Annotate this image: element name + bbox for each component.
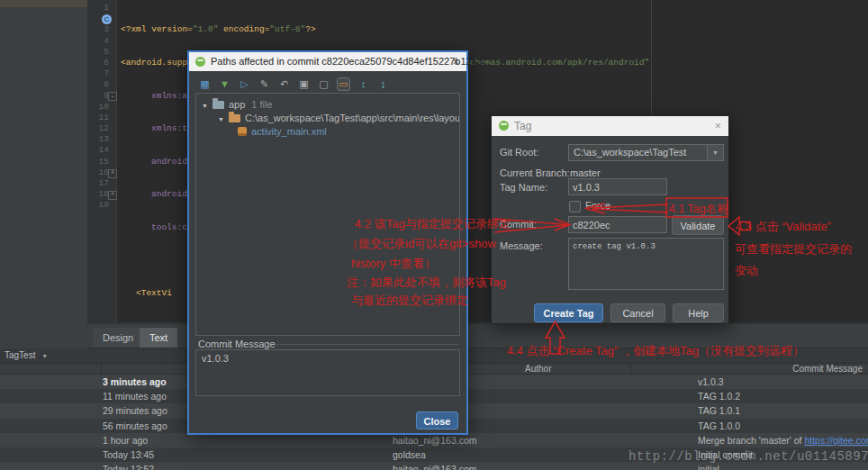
tag-message-box[interactable]: create tag v1.0.3 xyxy=(568,238,724,290)
line-number: 8 xyxy=(87,79,116,90)
class-gutter-icon[interactable]: C xyxy=(102,14,112,24)
dialog-title-bar[interactable]: Tag × xyxy=(492,116,728,136)
changes-toolbar: ▦ ▼ ▷ ✎ ↶ ▣ ▢ ▭ ↕ ↨ xyxy=(198,76,390,92)
line-number: 3 xyxy=(87,24,116,35)
commit-message: TAG 1.0.0 xyxy=(698,419,740,433)
dialog-title-bar[interactable]: Paths affected in commit c8220eca25079c4… xyxy=(189,52,466,71)
gitee-link[interactable]: https://gitee.com/g xyxy=(804,435,868,446)
line-number: 1 xyxy=(87,3,116,14)
fold-marker-icon[interactable]: - xyxy=(108,92,117,101)
commit-author: haitao_ni@163.com xyxy=(393,462,477,470)
watermark: http://blog.csdn.net/u011458979 xyxy=(628,449,868,464)
line-number: 19 xyxy=(87,200,116,211)
affected-paths-tree: ▼app1 file ▼C:\as_workspace\TagTest\app\… xyxy=(195,93,460,336)
android-icon xyxy=(195,57,205,67)
android-icon xyxy=(499,121,509,131)
dialog-title: Tag xyxy=(514,116,531,136)
line-number: 17 xyxy=(87,178,116,189)
commit-message: v1.0.3 xyxy=(698,375,724,389)
author-column-header[interactable]: Author xyxy=(525,364,551,374)
commit-message-box[interactable]: v1.0.3 xyxy=(195,349,460,396)
column-separator xyxy=(630,364,631,374)
current-branch-label: Current Branch: xyxy=(500,167,570,178)
tag-name-field[interactable] xyxy=(568,178,667,195)
tree-node-app[interactable]: ▼app1 file xyxy=(196,98,459,112)
commit-field[interactable] xyxy=(568,216,667,233)
commit-time: Today 13:45 xyxy=(103,447,154,462)
tag-dialog: Tag × Git Root: C:\as_workspace\TagTest … xyxy=(491,115,729,324)
android-studio-window: 1 2 3 4 5 6 7 8 9 10 11 12 13 14 15 16 1… xyxy=(0,0,868,470)
commit-icon[interactable]: ▦ xyxy=(198,77,212,91)
xml-file-icon xyxy=(238,127,247,136)
duplicate-icon[interactable]: ▢ xyxy=(317,77,330,91)
line-number: 7 xyxy=(87,68,116,79)
root-filter-dropdown[interactable]: TagTest ▼ xyxy=(5,348,48,364)
chevron-down-icon[interactable]: ▼ xyxy=(707,145,723,160)
create-tag-button[interactable]: Create Tag xyxy=(534,303,603,322)
tab-text[interactable]: Text xyxy=(140,328,177,348)
editor-gutter: 1 2 3 4 5 6 7 8 9 10 11 12 13 14 15 16 1… xyxy=(87,0,117,322)
close-icon[interactable]: × xyxy=(452,52,459,71)
line-number: 5 xyxy=(87,47,116,58)
force-checkbox[interactable] xyxy=(569,201,581,212)
module-folder-icon xyxy=(212,101,224,109)
commit-author: haitao_ni@163.com xyxy=(393,433,477,447)
line-number: 11 xyxy=(87,113,116,123)
line-number: 4 xyxy=(87,36,116,47)
line-number: 6 xyxy=(87,58,116,68)
current-branch-value: master xyxy=(570,167,601,178)
chevron-down-icon: ▼ xyxy=(41,353,48,359)
commit-label: Commit: xyxy=(500,219,537,230)
dialog-title: Paths affected in commit c8220eca25079c4… xyxy=(211,52,491,71)
force-label: Force xyxy=(585,200,610,211)
chevron-down-icon[interactable]: ▼ xyxy=(202,99,212,112)
project-panel[interactable] xyxy=(0,7,88,348)
tree-node-layout-path[interactable]: ▼C:\as_workspace\TagTest\app\src\main\re… xyxy=(196,112,459,125)
tag-name-label: Tag Name: xyxy=(500,182,547,193)
folder-icon xyxy=(229,114,240,122)
commit-message: Merge branch 'master' of https://gitee.c… xyxy=(698,433,868,447)
line-number: 15 xyxy=(87,157,116,167)
rollback-icon[interactable]: ▼ xyxy=(218,77,231,91)
file-count: 1 file xyxy=(251,99,272,110)
fold-marker-icon[interactable]: ^ xyxy=(108,191,117,200)
chevron-down-icon[interactable]: ▼ xyxy=(218,113,228,125)
commit-time: 56 minutes ago xyxy=(103,419,167,433)
edit-source-icon[interactable]: ✎ xyxy=(258,77,271,91)
help-button[interactable]: Help xyxy=(673,303,724,322)
copy-icon[interactable]: ▣ xyxy=(297,77,311,91)
line-number: 12 xyxy=(87,123,116,134)
validate-button[interactable]: Validate xyxy=(672,215,724,235)
column-separator xyxy=(101,364,102,374)
left-panel-top-strip xyxy=(0,0,87,7)
table-row[interactable]: 1 hour ago haitao_ni@163.com Merge branc… xyxy=(0,433,868,447)
revert-icon[interactable]: ↶ xyxy=(277,77,291,91)
commit-time: Today 12:52 xyxy=(103,462,154,470)
collapse-all-icon[interactable]: ↨ xyxy=(376,77,390,91)
commit-message-column-header[interactable]: Commit Message xyxy=(792,364,863,374)
commit-message: TAG 1.0.1 xyxy=(698,403,740,418)
close-icon[interactable]: × xyxy=(714,116,721,136)
commit-time: 1 hour ago xyxy=(103,433,148,447)
commit-message-label: Commit Message xyxy=(198,339,276,349)
tree-node-activity-main[interactable]: activity_main.xml xyxy=(196,125,459,139)
group-by-directory-icon[interactable]: ▭ xyxy=(337,77,350,91)
commit-time: 29 minutes ago xyxy=(103,403,167,418)
paths-affected-dialog: Paths affected in commit c8220eca25079c4… xyxy=(187,50,468,435)
expand-all-icon[interactable]: ↕ xyxy=(357,77,370,91)
line-number: 13 xyxy=(87,134,116,145)
tab-design[interactable]: Design xyxy=(93,328,143,348)
line-number: 10 xyxy=(87,102,116,113)
cancel-button[interactable]: Cancel xyxy=(610,303,665,322)
show-diff-icon[interactable]: ▷ xyxy=(238,77,251,91)
separator-line xyxy=(276,344,458,345)
git-root-dropdown[interactable]: C:\as_workspace\TagTest ▼ xyxy=(568,144,724,161)
commit-author: goldsea xyxy=(393,447,426,462)
close-button[interactable]: Close xyxy=(416,411,458,429)
git-root-label: Git Root: xyxy=(500,147,538,158)
message-label: Message: xyxy=(500,240,543,251)
commit-time: 3 minutes ago xyxy=(103,375,167,389)
fold-marker-icon[interactable]: ^ xyxy=(108,169,117,178)
commit-time: 11 minutes ago xyxy=(103,389,167,403)
commit-message: TAG 1.0.2 xyxy=(698,389,740,403)
